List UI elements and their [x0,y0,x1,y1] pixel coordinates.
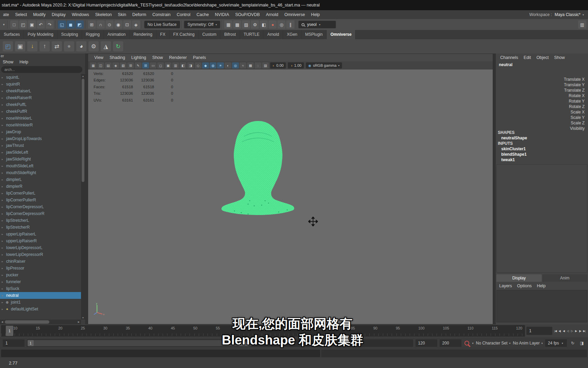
step-forward-key-button[interactable]: ▶ [574,327,578,335]
shelf-tab[interactable]: Poly Modeling [24,30,57,39]
settings-gear-icon[interactable]: ⚙ [88,41,99,51]
menu-item[interactable]: Deform [129,10,149,19]
expand-arrow-icon[interactable]: ▸ [0,226,5,229]
select-component-icon[interactable]: ◩ [76,20,84,29]
workspace-selector[interactable]: Maya Classic* ▾ [555,12,584,17]
expand-arrow-icon[interactable]: ▸ [0,110,5,113]
make-live-icon[interactable]: ◈ [132,20,140,29]
snap-grid-icon[interactable]: ⊞ [88,20,96,29]
outliner-item[interactable]: ▸ lowerLipDepressorL [0,244,81,251]
go-to-start-button[interactable]: |◀ [554,327,557,335]
scroll-down-icon[interactable]: ▼ [81,316,85,320]
textured-icon[interactable]: ◍ [210,62,216,68]
input-node[interactable]: skinCluster1 [496,146,588,152]
animation-start-field[interactable]: 1 [3,339,24,347]
outliner-item[interactable]: ▸ defaultLightSet [0,306,81,312]
character-set-select[interactable]: No Character Set ▾ [476,341,511,346]
expand-arrow-icon[interactable]: ▸ [0,185,5,188]
play-forward-button[interactable]: ▷ [570,327,574,335]
outliner-item[interactable]: ▸ chinRaiser [0,258,81,265]
expand-arrow-icon[interactable]: ▸ [0,171,5,174]
safe-title-icon[interactable]: ◨ [187,62,194,68]
shelf-tab[interactable]: Surfaces [0,30,24,39]
channel-attribute[interactable]: Rotate X [564,93,585,98]
snap-projected-center-icon[interactable]: ◉ [114,20,122,29]
outliner-item[interactable]: ▸ jawSlideRight [0,156,81,163]
expand-arrow-icon[interactable]: ▸ [0,124,5,127]
quick-select-field[interactable]: yseol ▾ [298,21,336,28]
channel-attribute[interactable]: Translate Z [564,88,585,93]
export-icon[interactable]: ↑ [39,41,50,51]
select-object-icon[interactable]: ◼ [67,20,75,29]
playback-loop-icon[interactable]: ↻ [569,340,576,347]
outliner-item[interactable]: ▸ noseWrinklerR [0,122,81,128]
multisample-icon[interactable]: ▩ [247,62,254,68]
outliner-item[interactable]: ▸ funneler [0,278,81,285]
shelf-tab[interactable]: FX [157,30,169,39]
head-mesh[interactable] [88,70,493,325]
open-folder-icon[interactable]: ◰ [3,41,13,51]
image-plane-icon[interactable]: ▧ [120,62,127,68]
channel-attribute[interactable]: Translate Y [564,82,585,88]
play-backwards-button[interactable]: ◁ [566,327,570,335]
menu-item[interactable]: Control [174,10,193,19]
expand-arrow-icon[interactable]: ▸ [0,178,5,181]
menu-item[interactable]: ate [0,10,12,19]
viewport-canvas[interactable]: Verts: 61520 61520 0 Edges: 123036 12303… [88,70,493,324]
outliner-item[interactable]: ▸ dimplerL [0,176,81,183]
motion-blur-icon[interactable]: ≈ [240,62,246,68]
outliner-menu-item[interactable]: Show [3,60,13,64]
exposure-field[interactable]: ◐ 0.00 [270,62,286,68]
shelf-tab[interactable]: Bifrost [220,30,240,39]
outliner-item[interactable]: ▸ cheekRaiserL [0,88,81,94]
expand-arrow-icon[interactable]: ▸ [0,199,5,202]
shelf-tab[interactable]: Custom [199,30,220,39]
gate-mask-icon[interactable]: ▣ [165,62,172,68]
menu-item[interactable]: Cache [193,10,212,19]
expand-arrow-icon[interactable]: ▸ [0,246,5,249]
menu-item[interactable]: Skeleton [92,10,115,19]
step-forward-frame-button[interactable]: |▶ [578,327,582,335]
input-node[interactable]: blendShape1 [496,152,588,157]
lights-icon[interactable]: ☀ [217,62,224,68]
channel-box-menu-item[interactable]: Edit [521,55,534,60]
layer-menu-item[interactable]: Help [537,283,546,288]
expand-arrow-icon[interactable]: ▸ [0,287,5,290]
outliner-menu-item[interactable]: Help [19,60,28,64]
expand-arrow-icon[interactable]: ▸ [0,212,5,215]
outliner-item[interactable]: ▸ jawDropLipTowards [0,135,81,142]
menu-item[interactable]: Display [49,10,69,19]
outliner-item[interactable]: ▸ lowerLipDepressorR [0,251,81,258]
expand-arrow-icon[interactable]: ▸ [0,76,5,79]
channel-attribute[interactable]: Rotate Y [564,98,585,104]
viewport-menu-item[interactable]: Show [150,55,166,60]
outliner-item[interactable]: ▸ noseWrinklerL [0,115,81,122]
expand-arrow-icon[interactable]: ▸ [0,192,5,195]
menu-item[interactable]: Windows [69,10,92,19]
outliner-item[interactable]: ▸ jawThrust [0,142,81,149]
shelf-tab[interactable]: Rendering [130,30,156,39]
outliner-item[interactable]: ▸ jawDrop [0,128,81,135]
animation-end-field[interactable]: 200 [440,339,461,347]
render-view-icon[interactable]: ▦ [224,20,232,29]
menu-item[interactable]: Omniverse [281,10,308,19]
graduation-cap-icon[interactable]: ◮ [101,41,111,51]
shadows-icon[interactable]: ◐ [225,62,231,68]
outliner-item[interactable]: ▸ pucker [0,272,81,278]
launch-app-icon[interactable]: ◎ [277,20,285,29]
omniverse-icon[interactable]: ↻ [113,41,123,51]
channel-attribute[interactable]: Scale Z [564,120,585,126]
channel-attribute[interactable]: Translate X [564,77,585,82]
anim-layer-select[interactable]: No Anim Layer ▾ [513,341,543,346]
file-open-icon[interactable]: ◰ [19,20,27,29]
outliner-item[interactable]: ▸ lipCornerPullerL [0,190,81,197]
pause-icon[interactable]: ∥ [286,20,294,29]
playback-end-field[interactable]: 120 [415,339,437,347]
menu-item[interactable]: SOuP/OVDB [232,10,263,19]
outliner-item[interactable]: ▸ squintR [0,81,81,88]
step-back-frame-button[interactable]: ◀| [558,327,561,335]
status-collapse-icon[interactable]: ▾ [2,23,6,26]
command-input[interactable] [1,350,320,357]
outliner-item[interactable]: ▸ jawSlideLeft [0,149,81,156]
outliner-item[interactable]: ▸ lipCornerDepressorR [0,210,81,217]
